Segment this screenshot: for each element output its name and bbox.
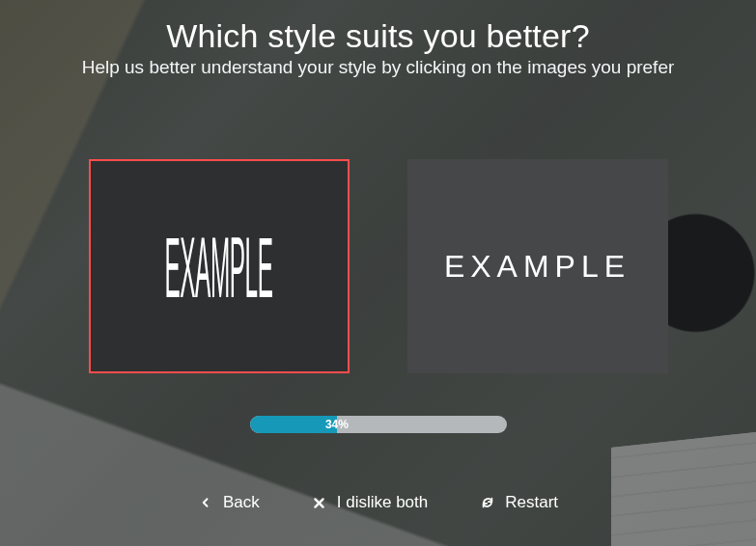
- restart-button[interactable]: Restart: [480, 493, 558, 512]
- close-icon: [312, 495, 327, 510]
- action-bar: Back I dislike both Restart: [198, 493, 558, 512]
- dislike-both-button[interactable]: I dislike both: [312, 493, 429, 512]
- page-subtitle: Help us better understand your style by …: [82, 57, 675, 78]
- progress-bar: 34%: [250, 416, 507, 433]
- style-quiz: Which style suits you better? Help us be…: [0, 0, 756, 546]
- option-cards: EXAMPLE EXAMPLE: [89, 159, 668, 373]
- back-button[interactable]: Back: [198, 493, 260, 512]
- option-card-left[interactable]: EXAMPLE: [89, 159, 350, 373]
- refresh-icon: [480, 495, 495, 510]
- option-right-text: EXAMPLE: [444, 249, 630, 285]
- progress-fill: [250, 416, 337, 433]
- option-card-right[interactable]: EXAMPLE: [407, 159, 668, 373]
- progress-label: 34%: [325, 416, 349, 433]
- back-label: Back: [223, 493, 260, 512]
- option-left-text: EXAMPLE: [164, 216, 272, 316]
- restart-label: Restart: [505, 493, 558, 512]
- page-title: Which style suits you better?: [166, 17, 590, 55]
- chevron-left-icon: [198, 495, 213, 510]
- dislike-label: I dislike both: [337, 493, 429, 512]
